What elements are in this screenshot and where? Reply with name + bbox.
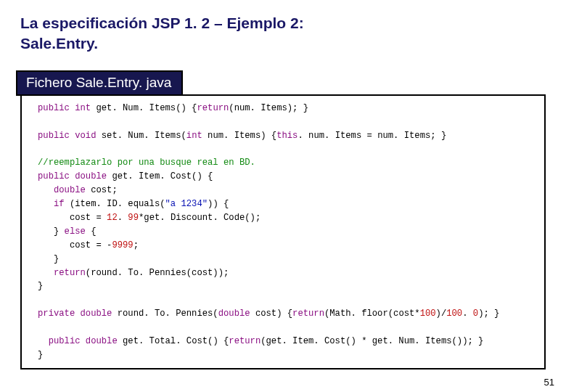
- code-text: round. To. Pennies(: [112, 309, 218, 319]
- code-number: 9999: [112, 240, 133, 250]
- code-text: . num. Items = num. Items; }: [298, 131, 446, 141]
- kw-else: else: [65, 226, 86, 237]
- kw-public: public: [38, 103, 70, 113]
- kw-if: if: [38, 199, 65, 209]
- kw-double: double: [81, 336, 118, 346]
- code-text: (get. Item. Cost() * get. Num. Items());…: [261, 336, 483, 346]
- code-text: (round. To. Pennies(cost));: [86, 268, 229, 278]
- file-name-label: Fichero Sale.Entry. java: [16, 70, 183, 96]
- code-string: "a 1234": [165, 199, 208, 209]
- code-text: cost;: [86, 185, 118, 195]
- code-text: (num. Items); }: [229, 103, 308, 113]
- code-text: }: [38, 254, 59, 264]
- code-text: get. Item. Cost() {: [107, 171, 213, 181]
- code-text: {: [86, 226, 97, 237]
- code-text: (Math. floor(cost*: [324, 309, 420, 319]
- kw-private: private: [38, 309, 75, 319]
- page-number: 51: [544, 377, 554, 388]
- kw-public: public: [49, 336, 81, 346]
- code-text: )/: [436, 309, 447, 319]
- code-text: get. Total. Cost() {: [118, 336, 229, 346]
- code-text: .: [462, 309, 473, 319]
- kw-this: this: [276, 131, 298, 141]
- kw-public: public: [38, 171, 70, 181]
- kw-double: double: [75, 309, 112, 319]
- code-text: cost =: [38, 213, 107, 223]
- kw-return: return: [292, 309, 324, 319]
- slide-title: La especificación JSP 1. 2 – Ejemplo 2: …: [20, 13, 546, 54]
- code-text: set. Num. Items(: [96, 131, 186, 141]
- code-text: .: [118, 213, 128, 223]
- kw-int: int: [186, 131, 202, 141]
- kw-double: double: [218, 309, 250, 319]
- code-number: 99: [128, 213, 139, 223]
- code-number: 100: [446, 309, 462, 319]
- code-comment: //reemplazarlo por una busque real en BD…: [38, 158, 255, 168]
- title-line-2: Sale.Entry.: [20, 35, 98, 52]
- kw-return: return: [229, 336, 261, 346]
- kw-int: int: [70, 103, 91, 113]
- code-text: ;: [134, 240, 139, 250]
- code-text: cost) {: [250, 309, 293, 319]
- code-number: 100: [420, 309, 436, 319]
- kw-double: double: [38, 185, 86, 195]
- kw-void: void: [70, 131, 97, 141]
- kw-public: public: [38, 131, 70, 141]
- code-text: *get. Discount. Code();: [139, 213, 261, 223]
- code-text: cost = -: [38, 240, 112, 250]
- kw-return: return: [38, 268, 86, 278]
- code-number: 12: [107, 213, 118, 223]
- kw-double: double: [70, 171, 107, 181]
- code-text: (item. ID. equals(: [65, 199, 165, 209]
- code-text: get. Num. Items() {: [91, 103, 197, 113]
- code-text: )) {: [208, 199, 229, 209]
- code-text: }: [38, 350, 43, 360]
- code-text: }: [38, 226, 65, 237]
- kw-return: return: [197, 103, 229, 113]
- code-text: ); }: [478, 309, 499, 319]
- code-text: num. Items) {: [202, 131, 276, 141]
- title-line-1: La especificación JSP 1. 2 – Ejemplo 2:: [20, 15, 304, 31]
- code-block: public int get. Num. Items() {return(num…: [20, 94, 546, 369]
- code-text: }: [38, 281, 43, 291]
